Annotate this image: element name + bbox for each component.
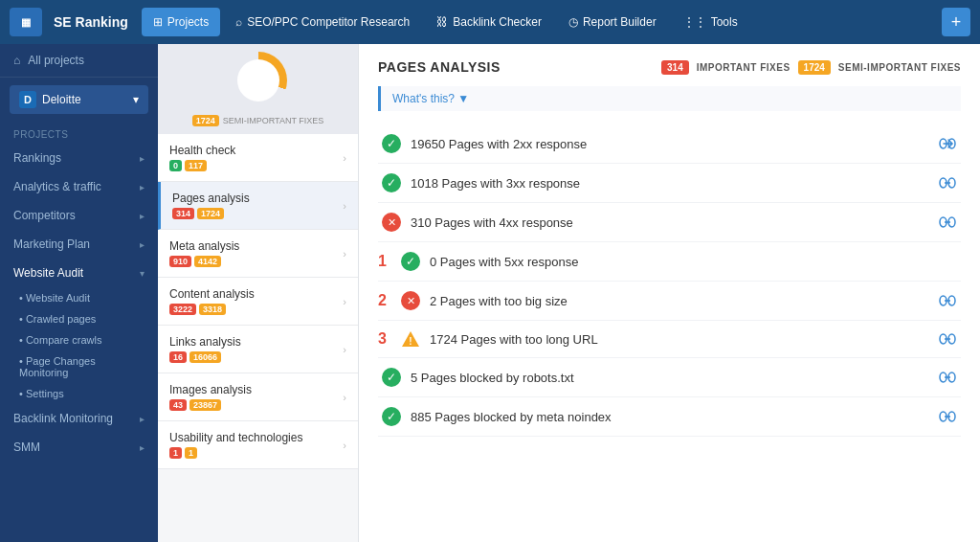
chevron-right-icon: ▸ (140, 239, 145, 250)
main-layout: ⌂ All projects D Deloitte ▾ PROJECTS Ran… (0, 44, 980, 542)
search-icon: ⌕ (235, 15, 242, 29)
menu-item-badges: 3222 3318 (169, 304, 255, 315)
badge-count-0: 0 (169, 160, 182, 171)
badge-count-1: 1 (185, 447, 197, 459)
svg-text:!: ! (409, 336, 412, 347)
nav-seo-ppc[interactable]: ⌕ SEO/PPC Competitor Research (224, 8, 421, 36)
menu-item-title: Usability and technologies (169, 431, 302, 444)
sidebar-item-label: Analytics & traffic (13, 180, 101, 193)
sidebar-sub-crawled-pages[interactable]: Crawled pages (0, 308, 158, 329)
badge-count-0: 16 (169, 351, 187, 363)
badge-count-0: 910 (169, 256, 191, 267)
chevron-right-icon: › (343, 392, 346, 403)
nav-projects[interactable]: ⊞ Projects (142, 8, 220, 36)
chevron-right-icon: ▸ (140, 182, 145, 192)
menu-item-badges: 910 4142 (169, 256, 239, 267)
chevron-right-icon: ▸ (140, 414, 145, 424)
badge-count-1: 117 (185, 160, 207, 171)
link-icon[interactable] (934, 177, 961, 189)
logo-icon: ▦ (21, 16, 31, 29)
menu-item-title: Content analysis (169, 287, 255, 301)
chevron-right-icon: › (343, 344, 346, 355)
analysis-row-noindex: ✓ 885 Pages blocked by meta noindex (378, 397, 961, 437)
middle-panel: 1724 SEMI-IMPORTANT FIXES Health check 0… (158, 44, 359, 542)
row-number: 1 (378, 253, 395, 270)
sidebar-item-label: SMM (13, 440, 40, 454)
nav-tools[interactable]: ⋮⋮ Tools (672, 8, 749, 36)
menu-item-badges: 0 117 (169, 160, 235, 171)
sidebar-item-label: Website Audit (13, 266, 83, 280)
menu-item-meta-analysis[interactable]: Meta analysis 910 4142 › (158, 230, 358, 278)
sidebar-item-marketing[interactable]: Marketing Plan ▸ (0, 230, 158, 259)
menu-item-badges: 43 23867 (169, 399, 252, 411)
badge-count-1: 4142 (194, 256, 221, 267)
sidebar-item-competitors[interactable]: Competitors ▸ (0, 201, 158, 230)
sidebar-item-backlink-monitoring[interactable]: Backlink Monitoring ▸ (0, 404, 158, 433)
sidebar-sub-website-audit[interactable]: Website Audit (0, 287, 158, 308)
menu-item-images-analysis[interactable]: Images analysis 43 23867 › (158, 373, 358, 421)
badge-count-0: 3222 (169, 304, 196, 315)
analysis-row-4xx: ✕ 310 Pages with 4xx response (378, 203, 961, 242)
layers-icon: ⊞ (153, 15, 163, 29)
whats-this-toggle[interactable]: What's this? ▼ (378, 86, 961, 111)
menu-item-content-analysis[interactable]: Content analysis 3222 3318 › (158, 278, 358, 326)
add-project-button[interactable]: + (942, 8, 970, 36)
row-text: 2 Pages with too big size (424, 294, 934, 308)
error-icon: ✕ (401, 291, 420, 310)
important-label: IMPORTANT FIXES (697, 62, 791, 73)
menu-item-links-analysis[interactable]: Links analysis 16 16066 › (158, 326, 358, 373)
link-icon[interactable] (934, 295, 961, 306)
nav-report-builder[interactable]: ◷ Report Builder (557, 8, 668, 36)
page-title: PAGES ANALYSIS (378, 59, 501, 75)
link-icon[interactable] (934, 138, 961, 149)
status-icon-check: ✓ (397, 252, 424, 271)
row-number: 3 (378, 330, 395, 348)
sidebar-sub-settings[interactable]: Settings (0, 383, 158, 404)
sidebar-sub-compare-crawls[interactable]: Compare crawls (0, 329, 158, 350)
status-icon-check: ✓ (378, 368, 405, 387)
check-icon: ✓ (401, 252, 420, 271)
all-projects-link[interactable]: ⌂ All projects (0, 44, 158, 78)
sidebar-item-rankings[interactable]: Rankings ▸ (0, 144, 158, 172)
badge-count-0: 1 (169, 447, 182, 459)
middle-top-summary: 1724 SEMI-IMPORTANT FIXES (158, 44, 358, 134)
header-badges: 314 IMPORTANT FIXES 1724 SEMI-IMPORTANT … (661, 60, 961, 75)
menu-item-pages-analysis[interactable]: Pages analysis 314 1724 › (158, 182, 358, 230)
status-icon-error: ✕ (397, 291, 424, 310)
projects-section-label: PROJECTS (0, 122, 158, 144)
sidebar-item-analytics[interactable]: Analytics & traffic ▸ (0, 172, 158, 201)
link-icon[interactable] (934, 333, 961, 345)
status-icon-check: ✓ (378, 134, 405, 153)
check-icon: ✓ (382, 407, 401, 426)
sidebar-item-smm[interactable]: SMM ▸ (0, 433, 158, 462)
status-icon-warn: ! (397, 330, 424, 348)
badge-count-0: 43 (169, 399, 187, 411)
badge-count-0: 314 (172, 208, 194, 219)
chevron-right-icon: › (343, 200, 346, 212)
analysis-row-3xx: ✓ 1018 Pages with 3xx response (378, 164, 961, 203)
nav-backlink-checker[interactable]: ⛓ Backlink Checker (425, 8, 553, 36)
chevron-right-icon: › (343, 296, 346, 307)
menu-item-usability[interactable]: Usability and technologies 1 1 › (158, 421, 358, 469)
row-text: 310 Pages with 4xx response (405, 215, 934, 230)
menu-item-title: Health check (169, 144, 235, 157)
grid-icon: ⋮⋮ (683, 15, 706, 29)
menu-item-title: Images analysis (169, 383, 252, 396)
project-selector[interactable]: D Deloitte ▾ (10, 85, 148, 114)
sidebar-item-website-audit[interactable]: Website Audit ▾ (0, 259, 158, 287)
link-icon[interactable] (934, 411, 961, 422)
status-icon-check: ✓ (378, 407, 405, 426)
link-icon: ⛓ (436, 15, 448, 29)
home-icon: ⌂ (13, 54, 20, 67)
menu-item-badges: 314 1724 (172, 208, 250, 219)
analysis-row-long-url: 3 ! 1724 Pages with too long URL (378, 321, 961, 358)
menu-item-health-check[interactable]: Health check 0 117 › (158, 134, 358, 182)
semi-important-count-badge: 1724 (798, 60, 831, 75)
link-icon[interactable] (934, 216, 961, 228)
chevron-right-icon: › (343, 440, 346, 451)
link-icon[interactable] (934, 372, 961, 383)
check-icon: ✓ (382, 368, 401, 387)
sidebar-sub-page-changes[interactable]: Page Changes Monitoring (0, 350, 158, 383)
brand-name: SE Ranking (54, 14, 128, 30)
app-logo: ▦ (10, 8, 42, 36)
